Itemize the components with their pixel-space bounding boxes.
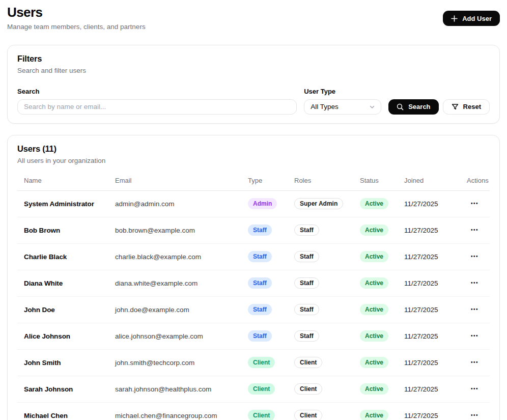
user-joined-date: 11/27/2025 [398, 227, 460, 234]
user-joined-date: 11/27/2025 [398, 359, 460, 367]
table-row: Bob Brown bob.brown@example.com Staff St… [17, 217, 490, 244]
filters-title: Filters [17, 54, 490, 64]
user-type-badge: Client [248, 383, 275, 395]
column-header: Name [17, 177, 108, 184]
row-actions-button[interactable]: ••• [467, 225, 483, 236]
user-name: Sarah Johnson [17, 385, 108, 393]
row-actions-button[interactable]: ••• [467, 410, 483, 420]
user-email: john.smith@techcorp.com [108, 359, 241, 367]
table-row: John Smith john.smith@techcorp.com Clien… [17, 350, 490, 376]
table-row: Charlie Black charlie.black@example.com … [17, 244, 490, 270]
search-input[interactable] [17, 99, 297, 115]
user-status-badge: Active [360, 225, 388, 236]
user-type-value: All Types [311, 103, 339, 110]
user-name: John Smith [17, 359, 108, 367]
column-header: Type [241, 177, 288, 184]
user-type-badge: Staff [248, 277, 272, 289]
user-type-field-group: User Type All Types [304, 88, 381, 115]
search-button-label: Search [408, 103, 430, 110]
user-role-badge: Super Admin [294, 198, 343, 209]
row-actions-button[interactable]: ••• [467, 304, 483, 315]
filter-icon [452, 103, 459, 110]
ellipsis-icon: ••• [471, 227, 478, 233]
user-role-badge: Staff [294, 225, 319, 236]
row-actions-button[interactable]: ••• [467, 330, 483, 342]
user-name: Diana White [17, 279, 108, 287]
filter-buttons: Search Reset [388, 99, 490, 115]
row-actions-button[interactable]: ••• [467, 357, 483, 368]
reset-button[interactable]: Reset [443, 99, 490, 115]
users-table: NameEmailTypeRolesStatusJoinedActions Sy… [17, 177, 490, 420]
user-name: Alice Johnson [17, 332, 108, 340]
user-type-badge: Admin [248, 198, 277, 209]
user-joined-date: 11/27/2025 [398, 332, 460, 340]
ellipsis-icon: ••• [471, 333, 478, 339]
user-role-badge: Client [294, 410, 322, 420]
user-status-badge: Active [360, 277, 388, 289]
users-title: Users (11) [17, 144, 490, 154]
page-title: Users [7, 5, 146, 20]
page-title-block: Users Manage team members, clients, and … [7, 5, 146, 31]
user-status-badge: Active [360, 251, 388, 262]
search-button[interactable]: Search [388, 99, 438, 115]
table-row: Diana White diana.white@example.com Staf… [17, 270, 490, 297]
row-actions-button[interactable]: ••• [467, 198, 483, 209]
table-row: John Doe john.doe@example.com Staff Staf… [17, 297, 490, 323]
add-user-button[interactable]: Add User [443, 11, 500, 26]
user-email: charlie.black@example.com [108, 253, 241, 261]
user-joined-date: 11/27/2025 [398, 253, 460, 261]
user-name: Charlie Black [17, 253, 108, 261]
users-page: Users Manage team members, clients, and … [0, 0, 507, 420]
user-email: bob.brown@example.com [108, 227, 241, 234]
table-body: System Administrator admin@admin.com Adm… [17, 191, 490, 420]
user-joined-date: 11/27/2025 [398, 306, 460, 314]
user-name: System Administrator [17, 200, 108, 208]
ellipsis-icon: ••• [471, 412, 478, 418]
user-status-badge: Active [360, 410, 388, 420]
user-type-badge: Staff [248, 330, 272, 342]
user-role-badge: Staff [294, 330, 319, 342]
search-field-group: Search [17, 88, 297, 115]
column-header: Roles [288, 177, 353, 184]
column-header: Status [353, 177, 398, 184]
table-header-row: NameEmailTypeRolesStatusJoinedActions [17, 177, 490, 191]
row-actions-button[interactable]: ••• [467, 383, 483, 395]
table-row: Michael Chen michael.chen@financegroup.c… [17, 403, 490, 420]
ellipsis-icon: ••• [471, 359, 478, 365]
users-card: Users (11) All users in your organizatio… [7, 135, 500, 420]
ellipsis-icon: ••• [471, 280, 478, 286]
user-role-badge: Staff [294, 304, 319, 315]
user-status-badge: Active [360, 383, 388, 395]
user-type-badge: Staff [248, 304, 272, 315]
user-email: alice.johnson@example.com [108, 332, 241, 340]
ellipsis-icon: ••• [471, 386, 478, 391]
user-name: John Doe [17, 306, 108, 314]
user-type-badge: Client [248, 410, 275, 420]
reset-button-label: Reset [463, 103, 481, 110]
user-email: admin@admin.com [108, 200, 241, 208]
user-joined-date: 11/27/2025 [398, 279, 460, 287]
user-type-badge: Staff [248, 225, 272, 236]
row-actions-button[interactable]: ••• [467, 277, 483, 289]
column-header: Actions [460, 177, 490, 184]
user-status-badge: Active [360, 304, 388, 315]
user-status-badge: Active [360, 330, 388, 342]
ellipsis-icon: ••• [471, 201, 478, 206]
user-type-badge: Staff [248, 251, 272, 262]
users-subtitle: All users in your organization [17, 157, 490, 164]
user-status-badge: Active [360, 198, 388, 209]
row-actions-button[interactable]: ••• [467, 251, 483, 262]
page-subtitle: Manage team members, clients, and partne… [7, 23, 146, 31]
user-role-badge: Staff [294, 251, 319, 262]
filters-card: Filters Search and filter users Search U… [7, 45, 500, 124]
search-icon [397, 103, 404, 110]
user-name: Bob Brown [17, 227, 108, 234]
add-user-label: Add User [462, 15, 492, 22]
filters-subtitle: Search and filter users [17, 67, 490, 74]
filter-controls: Search User Type All Types [17, 88, 490, 115]
user-type-badge: Client [248, 357, 275, 368]
user-role-badge: Staff [294, 277, 319, 289]
ellipsis-icon: ••• [471, 306, 478, 312]
column-header: Joined [398, 177, 460, 184]
user-type-select[interactable]: All Types [304, 99, 381, 115]
